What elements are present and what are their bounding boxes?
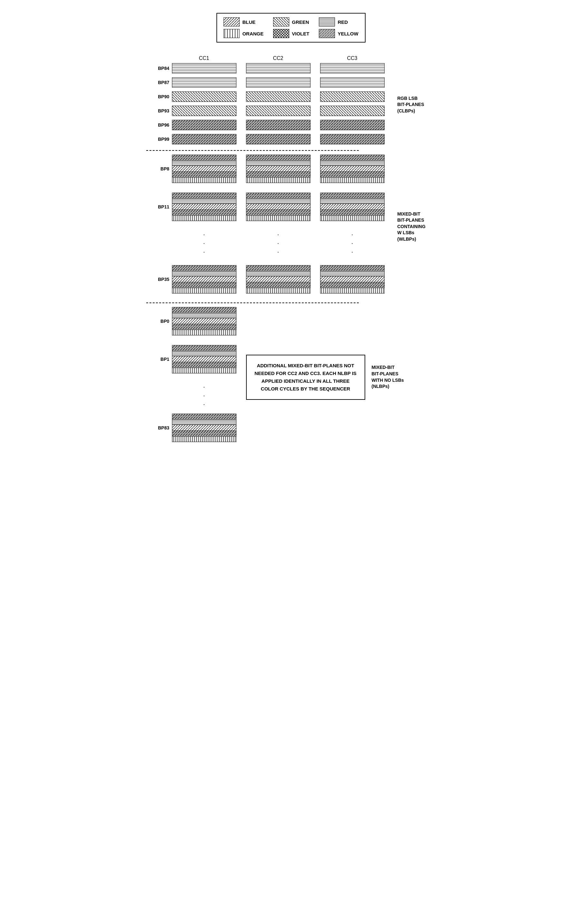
bp-row-84: BP84 BP87: [146, 63, 436, 146]
bp93-box-cc2: [246, 106, 310, 116]
bp-row-84-inner: BP84: [146, 63, 384, 73]
layer-yellow: [246, 266, 310, 271]
bp35-box-cc3: [320, 265, 384, 294]
layer-yellow2: [320, 282, 384, 288]
bp96-box-cc1: [172, 120, 236, 130]
bp90-box-cc2: [246, 91, 310, 102]
legend-item-red: RED: [319, 17, 358, 26]
clbp-annotation: RGB LSBBIT-PLANES(CLBPs): [397, 96, 424, 114]
layer-blue: [246, 276, 310, 282]
legend-swatch-yellow: [319, 29, 335, 38]
layer-yellow2: [172, 282, 236, 288]
bp90-boxes: [172, 91, 384, 102]
layer-orange: [246, 288, 310, 293]
layer-yellow2: [246, 282, 310, 288]
bp8-boxes: [172, 155, 384, 183]
layer-yellow2: [246, 210, 310, 216]
legend-item-orange: ORANGE: [224, 29, 264, 38]
legend-swatch-violet: [273, 29, 289, 38]
bp93-box-cc1: [172, 106, 236, 116]
bp-row-90-inner: BP90: [146, 91, 384, 102]
bp84-box-cc1: [172, 63, 236, 73]
layer-yellow: [320, 266, 384, 271]
bp87-box-cc2: [246, 78, 310, 87]
layer-yellow2: [172, 210, 236, 216]
layer-blue: [246, 204, 310, 210]
layer-blue: [320, 166, 384, 172]
bp99-box-cc3: [320, 134, 384, 144]
bp83-label: BP83: [146, 425, 172, 431]
bp-row-87-inner: BP87: [146, 78, 384, 87]
bp96-boxes: [172, 120, 384, 130]
wlbp-section: BP8: [146, 155, 436, 299]
bp83-boxes: [172, 414, 236, 442]
bp83-box-cc1: [172, 414, 236, 442]
layer-blue: [320, 204, 384, 210]
bp96-box-cc2: [246, 120, 310, 130]
legend-label-red: RED: [338, 19, 348, 25]
bp8-box-cc1: [172, 155, 236, 183]
bp93-box-cc3: [320, 106, 384, 116]
nlbp-section: BP0 BP1: [146, 307, 436, 447]
bp90-box-cc1: [172, 91, 236, 102]
legend-label-green: GREEN: [292, 19, 309, 25]
layer-blue: [246, 166, 310, 172]
legend-label-blue: BLUE: [242, 19, 256, 25]
nlbp-description-text: ADDITIONAL MIXED-BIT BIT-PLANES NOT NEED…: [253, 362, 358, 393]
bp87-box-cc3: [320, 78, 384, 87]
bp8-label: BP8: [146, 166, 172, 172]
bp1-row: BP1: [146, 345, 236, 373]
legend-swatch-blue: [224, 17, 240, 26]
layer-red: [246, 271, 310, 276]
bp35-label: BP35: [146, 277, 172, 282]
bp87-label: BP87: [146, 80, 172, 85]
dot-col-2: · · ·: [246, 231, 310, 256]
layer-blue: [172, 204, 236, 210]
main-diagram: CC1 CC2 CC3 BP84 BP8: [146, 55, 436, 447]
bp0-label: BP0: [146, 318, 172, 324]
layer-orange: [246, 216, 310, 221]
layer-red: [246, 161, 310, 166]
layer-yellow2: [246, 172, 310, 178]
layer-yellow: [246, 193, 310, 199]
layer-red: [172, 161, 236, 166]
bp83-row: BP83: [146, 414, 236, 442]
layer-yellow: [320, 155, 384, 161]
bp11-label: BP11: [146, 204, 172, 210]
layer-yellow: [172, 193, 236, 199]
bp87-boxes: [172, 78, 384, 87]
layer-orange: [320, 288, 384, 293]
bp11-row: BP11: [146, 193, 384, 221]
bp84-label: BP84: [146, 66, 172, 71]
dashed-sep-2: [146, 302, 359, 303]
bp0-boxes: [172, 307, 236, 335]
layer-yellow: [172, 266, 236, 271]
cc1-header: CC1: [172, 55, 236, 61]
layer-blue: [172, 276, 236, 282]
bp-row-99-inner: BP99: [146, 134, 384, 144]
layer-yellow: [320, 193, 384, 199]
wlbp-annotation: MIXED-BITBIT-PLANESCONTAININGW LSBs(WLBP…: [397, 211, 426, 243]
legend-item-blue: BLUE: [224, 17, 264, 26]
dot-col-1: · · ·: [172, 231, 236, 256]
layer-orange: [320, 216, 384, 221]
bp1-label: BP1: [146, 356, 172, 362]
nlbp-annotation: MIXED-BITBIT-PLANESWITH NO LSBs(NLBPs): [372, 365, 404, 389]
bp84-boxes: [172, 63, 384, 73]
bp8-box-cc3: [320, 155, 384, 183]
legend-label-yellow: YELLOW: [338, 31, 358, 36]
bp99-label: BP99: [146, 137, 172, 142]
layer-yellow2: [172, 172, 236, 178]
bp93-boxes: [172, 106, 384, 116]
layer-red: [320, 161, 384, 166]
bp90-box-cc3: [320, 91, 384, 102]
layer-orange: [172, 178, 236, 183]
bp0-box-cc1: [172, 307, 236, 335]
bp-row-93-inner: BP93: [146, 106, 384, 116]
legend-item-violet: VIOLET: [273, 29, 309, 38]
legend: BLUE GREEN RED ORANGE VIOLET YELLOW: [216, 13, 365, 43]
layer-orange: [320, 178, 384, 183]
clbp-section: BP84 BP87: [146, 63, 436, 146]
bp11-box-cc1: [172, 193, 236, 221]
legend-label-orange: ORANGE: [242, 31, 264, 36]
